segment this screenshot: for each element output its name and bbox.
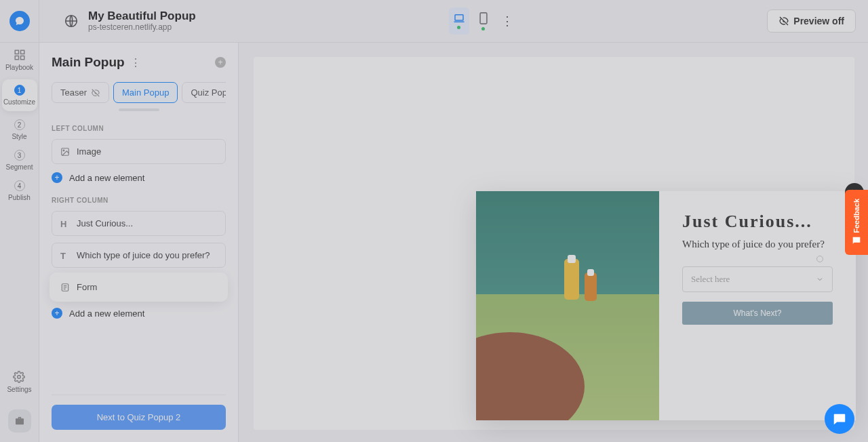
tab-main-popup[interactable]: Main Popup: [113, 82, 178, 103]
left-column-label: LEFT COLUMN: [52, 125, 226, 132]
next-step-button[interactable]: Next to Quiz Popup 2: [52, 405, 226, 430]
globe-icon[interactable]: [64, 14, 79, 28]
gear-icon: [13, 371, 25, 383]
briefcase-button[interactable]: [8, 409, 31, 433]
text-icon: T: [60, 251, 70, 260]
element-form[interactable]: Form: [52, 275, 226, 300]
feedback-tab[interactable]: Feedback: [845, 190, 868, 255]
popup-select[interactable]: Select here: [682, 266, 833, 292]
tab-scroll-indicator[interactable]: [119, 108, 159, 111]
svg-rect-6: [20, 56, 24, 60]
status-dot-icon: [457, 26, 460, 29]
add-popup-button[interactable]: +: [215, 57, 226, 68]
step-publish[interactable]: 4 Publish: [2, 179, 37, 203]
element-image[interactable]: Image: [52, 139, 226, 164]
popup-question: Which type of juice do you prefer?: [682, 237, 833, 252]
intercom-chat-button[interactable]: [825, 404, 854, 434]
element-heading[interactable]: H Just Curious...: [52, 211, 226, 236]
svg-rect-3: [15, 50, 18, 54]
more-menu-button[interactable]: ⋮: [500, 14, 514, 28]
popup-image: [476, 191, 659, 420]
element-text[interactable]: T Which type of juice do you prefer?: [52, 243, 226, 268]
tab-quiz-popup[interactable]: Quiz Popu: [182, 82, 226, 103]
device-desktop-button[interactable]: [449, 7, 469, 35]
left-rail: Playbook 1 Customize 2 Style 3 Segment 4…: [0, 0, 39, 442]
playbook-nav[interactable]: Playbook: [2, 47, 37, 73]
preview-toggle-button[interactable]: Preview off: [767, 9, 856, 33]
svg-point-9: [63, 150, 64, 151]
svg-rect-5: [15, 56, 18, 60]
step-segment[interactable]: 3 Segment: [2, 148, 37, 172]
eye-off-icon: [91, 88, 100, 98]
heading-icon: H: [60, 219, 70, 228]
chat-bubble-icon: [832, 411, 847, 426]
laptop-icon: [453, 14, 465, 23]
editor-panel: Main Popup ⋮ + Teaser Main Popup Quiz Po…: [39, 43, 239, 442]
add-element-right[interactable]: + Add a new element: [52, 308, 226, 319]
svg-rect-2: [480, 12, 487, 23]
popup-preview: ✕ Just Curious... Which type of juice do…: [476, 191, 856, 420]
page-subtitle: ps-testceren.netlify.app: [88, 23, 196, 33]
right-column-label: RIGHT COLUMN: [52, 197, 226, 204]
svg-point-7: [18, 376, 21, 379]
page-title-group: My Beautiful Popup ps-testceren.netlify.…: [88, 9, 196, 32]
image-icon: [60, 147, 70, 157]
top-bar: My Beautiful Popup ps-testceren.netlify.…: [0, 0, 868, 43]
chevron-down-icon: [816, 275, 824, 283]
device-mobile-button[interactable]: [473, 7, 494, 35]
status-dot-icon: [481, 27, 485, 31]
tab-teaser[interactable]: Teaser: [52, 82, 109, 103]
step-customize[interactable]: 1 Customize: [2, 79, 37, 111]
add-element-left[interactable]: + Add a new element: [52, 172, 226, 183]
popup-cta-button[interactable]: What's Next?: [682, 302, 833, 325]
popup-content: Just Curious... Which type of juice do y…: [659, 191, 856, 420]
plus-icon: +: [52, 172, 62, 183]
eye-off-icon: [778, 16, 789, 26]
popup-step-tabs: Teaser Main Popup Quiz Popu: [52, 82, 226, 103]
mobile-icon: [479, 12, 488, 24]
settings-nav[interactable]: Settings: [7, 371, 31, 393]
chat-icon: [851, 235, 862, 246]
editor-more-button[interactable]: ⋮: [130, 56, 141, 69]
briefcase-icon: [14, 415, 26, 427]
page-title: My Beautiful Popup: [88, 9, 196, 23]
svg-rect-4: [20, 50, 24, 54]
svg-rect-1: [455, 14, 463, 20]
form-icon: [60, 283, 70, 292]
grid-icon: [14, 49, 26, 61]
step-style[interactable]: 2 Style: [2, 118, 37, 142]
plus-icon: +: [52, 308, 62, 319]
loader-icon: [816, 256, 823, 262]
popup-heading: Just Curious...: [682, 212, 833, 232]
editor-title: Main Popup: [52, 55, 125, 70]
